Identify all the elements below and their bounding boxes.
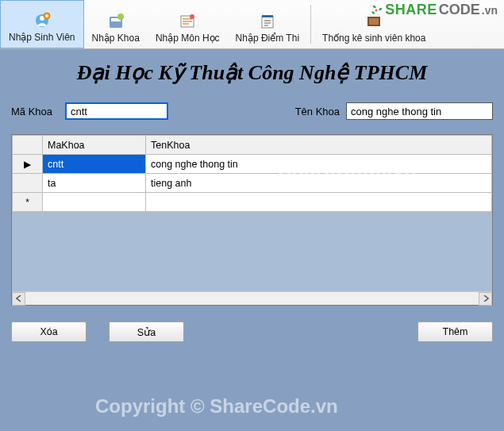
tool-label: Nhập Môn Học: [156, 33, 220, 44]
svg-rect-9: [262, 15, 273, 17]
form-panel: Đại Học Kỹ Thuật Công Nghệ TPHCM Mã Khoa…: [0, 49, 504, 431]
cell-makhoa[interactable]: [43, 193, 146, 212]
dept-icon: [106, 12, 125, 31]
delete-button[interactable]: Xóa: [11, 321, 87, 342]
add-button[interactable]: Thêm: [417, 321, 493, 342]
horizontal-scrollbar[interactable]: [12, 291, 492, 305]
input-ten-khoa[interactable]: [346, 102, 493, 120]
tool-label: Nhập Sinh Viên: [9, 32, 75, 43]
subject-icon: [178, 12, 197, 31]
brand-logo: SHARECODE.vn: [369, 2, 498, 18]
brand-text-2: CODE: [439, 2, 480, 18]
score-icon: [258, 12, 277, 31]
cell-tenkhoa[interactable]: [146, 193, 492, 212]
recycle-icon: [369, 3, 383, 17]
svg-point-5: [117, 13, 124, 20]
person-plus-icon: [33, 11, 52, 30]
input-row: Mã Khoa Tên Khoa: [11, 102, 493, 120]
ribbon-toolbar: Nhập Sinh Viên Nhập Khoa Nhập Môn Học Nh…: [0, 0, 504, 49]
scroll-right-btn[interactable]: [479, 292, 492, 306]
tool-nhap-diem-thi[interactable]: Nhập Điểm Thi: [228, 0, 307, 48]
scroll-left-btn[interactable]: [12, 292, 25, 306]
page-title: Đại Học Kỹ Thuật Công Nghệ TPHCM: [11, 60, 493, 85]
svg-rect-11: [369, 18, 379, 25]
edit-button[interactable]: Sửa: [109, 321, 184, 342]
brand-suffix: .vn: [482, 4, 498, 17]
button-row: Xóa Sửa Thêm: [11, 321, 493, 342]
cell-tenkhoa[interactable]: tieng anh: [146, 174, 492, 193]
grid-table: MaKhoa TenKhoa ▶ cntt cong nghe thong ti…: [12, 135, 492, 212]
brand-text-1: SHARE: [385, 2, 437, 18]
chevron-left-icon: [16, 295, 22, 302]
tool-label: Nhập Điểm Thi: [236, 33, 299, 44]
col-header-makhoa[interactable]: MaKhoa: [43, 136, 146, 155]
input-ma-khoa[interactable]: [65, 102, 168, 120]
grid-empty-area: [12, 212, 492, 291]
tool-label: Nhập Khoa: [92, 33, 140, 44]
table-row[interactable]: ▶ cntt cong nghe thong tin: [13, 155, 492, 174]
grid-corner[interactable]: [13, 136, 43, 155]
label-ma-khoa: Mã Khoa: [11, 106, 59, 117]
data-grid[interactable]: MaKhoa TenKhoa ▶ cntt cong nghe thong ti…: [11, 134, 493, 306]
cell-makhoa[interactable]: cntt: [43, 155, 146, 174]
svg-point-12: [375, 9, 378, 11]
row-indicator: [13, 174, 43, 193]
tool-label: Thống kê sinh viên khoa: [322, 33, 425, 44]
toolbar-separator: [310, 5, 311, 44]
svg-rect-8: [262, 17, 273, 28]
table-new-row[interactable]: *: [13, 193, 492, 212]
chevron-right-icon: [483, 295, 489, 302]
label-ten-khoa: Tên Khoa: [295, 106, 340, 117]
new-row-indicator: *: [13, 193, 43, 212]
tool-nhap-khoa[interactable]: Nhập Khoa: [84, 0, 148, 48]
col-header-tenkhoa[interactable]: TenKhoa: [146, 136, 492, 155]
cell-makhoa[interactable]: ta: [43, 174, 146, 193]
svg-point-7: [190, 14, 194, 19]
table-row[interactable]: ta tieng anh: [13, 174, 492, 193]
cell-tenkhoa[interactable]: cong nghe thong tin: [146, 155, 492, 174]
tool-nhap-sinh-vien[interactable]: Nhập Sinh Viên: [0, 0, 84, 48]
row-indicator: ▶: [13, 155, 43, 174]
tool-nhap-mon-hoc[interactable]: Nhập Môn Học: [148, 0, 228, 48]
